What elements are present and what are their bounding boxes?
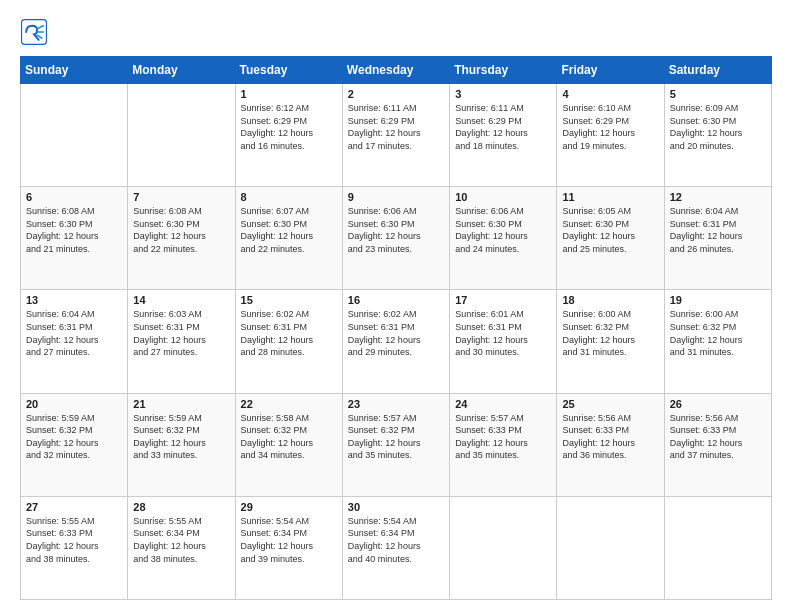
- calendar-cell: 10Sunrise: 6:06 AM Sunset: 6:30 PM Dayli…: [450, 187, 557, 290]
- calendar-cell: 28Sunrise: 5:55 AM Sunset: 6:34 PM Dayli…: [128, 496, 235, 599]
- day-number: 27: [26, 501, 122, 513]
- calendar-cell: 8Sunrise: 6:07 AM Sunset: 6:30 PM Daylig…: [235, 187, 342, 290]
- day-header-monday: Monday: [128, 57, 235, 84]
- day-number: 17: [455, 294, 551, 306]
- calendar-cell: 3Sunrise: 6:11 AM Sunset: 6:29 PM Daylig…: [450, 84, 557, 187]
- day-info: Sunrise: 5:56 AM Sunset: 6:33 PM Dayligh…: [670, 412, 766, 462]
- day-info: Sunrise: 6:01 AM Sunset: 6:31 PM Dayligh…: [455, 308, 551, 358]
- day-info: Sunrise: 6:06 AM Sunset: 6:30 PM Dayligh…: [455, 205, 551, 255]
- day-info: Sunrise: 5:59 AM Sunset: 6:32 PM Dayligh…: [133, 412, 229, 462]
- day-number: 21: [133, 398, 229, 410]
- day-number: 16: [348, 294, 444, 306]
- day-info: Sunrise: 6:02 AM Sunset: 6:31 PM Dayligh…: [241, 308, 337, 358]
- day-info: Sunrise: 5:55 AM Sunset: 6:33 PM Dayligh…: [26, 515, 122, 565]
- day-info: Sunrise: 6:00 AM Sunset: 6:32 PM Dayligh…: [670, 308, 766, 358]
- day-number: 12: [670, 191, 766, 203]
- logo: [20, 18, 52, 46]
- day-info: Sunrise: 6:05 AM Sunset: 6:30 PM Dayligh…: [562, 205, 658, 255]
- calendar-cell: 19Sunrise: 6:00 AM Sunset: 6:32 PM Dayli…: [664, 290, 771, 393]
- calendar-table: SundayMondayTuesdayWednesdayThursdayFrid…: [20, 56, 772, 600]
- day-info: Sunrise: 6:04 AM Sunset: 6:31 PM Dayligh…: [26, 308, 122, 358]
- day-number: 29: [241, 501, 337, 513]
- day-number: 15: [241, 294, 337, 306]
- day-number: 19: [670, 294, 766, 306]
- day-number: 10: [455, 191, 551, 203]
- calendar-cell: [664, 496, 771, 599]
- calendar-cell: 26Sunrise: 5:56 AM Sunset: 6:33 PM Dayli…: [664, 393, 771, 496]
- calendar-cell: [21, 84, 128, 187]
- header: [20, 18, 772, 46]
- calendar-week-4: 20Sunrise: 5:59 AM Sunset: 6:32 PM Dayli…: [21, 393, 772, 496]
- day-number: 5: [670, 88, 766, 100]
- calendar-cell: 29Sunrise: 5:54 AM Sunset: 6:34 PM Dayli…: [235, 496, 342, 599]
- day-number: 8: [241, 191, 337, 203]
- day-number: 4: [562, 88, 658, 100]
- calendar-cell: 2Sunrise: 6:11 AM Sunset: 6:29 PM Daylig…: [342, 84, 449, 187]
- day-number: 13: [26, 294, 122, 306]
- day-number: 23: [348, 398, 444, 410]
- day-number: 9: [348, 191, 444, 203]
- calendar-cell: 16Sunrise: 6:02 AM Sunset: 6:31 PM Dayli…: [342, 290, 449, 393]
- calendar-cell: [128, 84, 235, 187]
- calendar-cell: 11Sunrise: 6:05 AM Sunset: 6:30 PM Dayli…: [557, 187, 664, 290]
- day-info: Sunrise: 6:08 AM Sunset: 6:30 PM Dayligh…: [26, 205, 122, 255]
- day-info: Sunrise: 5:54 AM Sunset: 6:34 PM Dayligh…: [348, 515, 444, 565]
- day-number: 3: [455, 88, 551, 100]
- day-info: Sunrise: 6:10 AM Sunset: 6:29 PM Dayligh…: [562, 102, 658, 152]
- day-number: 6: [26, 191, 122, 203]
- day-info: Sunrise: 5:54 AM Sunset: 6:34 PM Dayligh…: [241, 515, 337, 565]
- day-info: Sunrise: 6:12 AM Sunset: 6:29 PM Dayligh…: [241, 102, 337, 152]
- day-number: 28: [133, 501, 229, 513]
- day-info: Sunrise: 6:03 AM Sunset: 6:31 PM Dayligh…: [133, 308, 229, 358]
- day-info: Sunrise: 6:06 AM Sunset: 6:30 PM Dayligh…: [348, 205, 444, 255]
- day-number: 14: [133, 294, 229, 306]
- calendar-cell: 9Sunrise: 6:06 AM Sunset: 6:30 PM Daylig…: [342, 187, 449, 290]
- day-info: Sunrise: 6:08 AM Sunset: 6:30 PM Dayligh…: [133, 205, 229, 255]
- calendar-cell: 6Sunrise: 6:08 AM Sunset: 6:30 PM Daylig…: [21, 187, 128, 290]
- day-number: 22: [241, 398, 337, 410]
- day-header-friday: Friday: [557, 57, 664, 84]
- day-header-saturday: Saturday: [664, 57, 771, 84]
- day-number: 1: [241, 88, 337, 100]
- page: SundayMondayTuesdayWednesdayThursdayFrid…: [0, 0, 792, 612]
- calendar-week-5: 27Sunrise: 5:55 AM Sunset: 6:33 PM Dayli…: [21, 496, 772, 599]
- day-info: Sunrise: 6:02 AM Sunset: 6:31 PM Dayligh…: [348, 308, 444, 358]
- day-number: 11: [562, 191, 658, 203]
- calendar-cell: 14Sunrise: 6:03 AM Sunset: 6:31 PM Dayli…: [128, 290, 235, 393]
- calendar-cell: 13Sunrise: 6:04 AM Sunset: 6:31 PM Dayli…: [21, 290, 128, 393]
- day-info: Sunrise: 5:56 AM Sunset: 6:33 PM Dayligh…: [562, 412, 658, 462]
- day-info: Sunrise: 5:57 AM Sunset: 6:33 PM Dayligh…: [455, 412, 551, 462]
- calendar-cell: [450, 496, 557, 599]
- calendar-cell: 24Sunrise: 5:57 AM Sunset: 6:33 PM Dayli…: [450, 393, 557, 496]
- day-number: 30: [348, 501, 444, 513]
- day-info: Sunrise: 6:00 AM Sunset: 6:32 PM Dayligh…: [562, 308, 658, 358]
- day-number: 7: [133, 191, 229, 203]
- calendar-cell: [557, 496, 664, 599]
- calendar-cell: 7Sunrise: 6:08 AM Sunset: 6:30 PM Daylig…: [128, 187, 235, 290]
- calendar-header-row: SundayMondayTuesdayWednesdayThursdayFrid…: [21, 57, 772, 84]
- logo-icon: [20, 18, 48, 46]
- calendar-cell: 12Sunrise: 6:04 AM Sunset: 6:31 PM Dayli…: [664, 187, 771, 290]
- calendar-cell: 25Sunrise: 5:56 AM Sunset: 6:33 PM Dayli…: [557, 393, 664, 496]
- calendar-cell: 30Sunrise: 5:54 AM Sunset: 6:34 PM Dayli…: [342, 496, 449, 599]
- calendar-cell: 20Sunrise: 5:59 AM Sunset: 6:32 PM Dayli…: [21, 393, 128, 496]
- calendar-cell: 17Sunrise: 6:01 AM Sunset: 6:31 PM Dayli…: [450, 290, 557, 393]
- calendar-week-2: 6Sunrise: 6:08 AM Sunset: 6:30 PM Daylig…: [21, 187, 772, 290]
- calendar-cell: 15Sunrise: 6:02 AM Sunset: 6:31 PM Dayli…: [235, 290, 342, 393]
- calendar-cell: 23Sunrise: 5:57 AM Sunset: 6:32 PM Dayli…: [342, 393, 449, 496]
- calendar-cell: 18Sunrise: 6:00 AM Sunset: 6:32 PM Dayli…: [557, 290, 664, 393]
- day-number: 26: [670, 398, 766, 410]
- day-info: Sunrise: 5:59 AM Sunset: 6:32 PM Dayligh…: [26, 412, 122, 462]
- calendar-cell: 4Sunrise: 6:10 AM Sunset: 6:29 PM Daylig…: [557, 84, 664, 187]
- day-number: 18: [562, 294, 658, 306]
- calendar-cell: 27Sunrise: 5:55 AM Sunset: 6:33 PM Dayli…: [21, 496, 128, 599]
- calendar-cell: 1Sunrise: 6:12 AM Sunset: 6:29 PM Daylig…: [235, 84, 342, 187]
- day-info: Sunrise: 6:11 AM Sunset: 6:29 PM Dayligh…: [348, 102, 444, 152]
- day-info: Sunrise: 6:07 AM Sunset: 6:30 PM Dayligh…: [241, 205, 337, 255]
- day-number: 25: [562, 398, 658, 410]
- day-info: Sunrise: 5:55 AM Sunset: 6:34 PM Dayligh…: [133, 515, 229, 565]
- day-info: Sunrise: 6:09 AM Sunset: 6:30 PM Dayligh…: [670, 102, 766, 152]
- day-number: 24: [455, 398, 551, 410]
- day-number: 20: [26, 398, 122, 410]
- calendar-cell: 22Sunrise: 5:58 AM Sunset: 6:32 PM Dayli…: [235, 393, 342, 496]
